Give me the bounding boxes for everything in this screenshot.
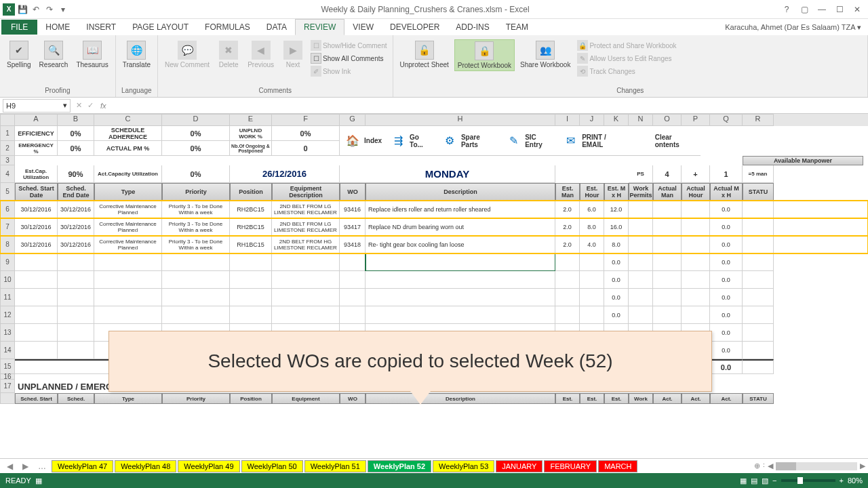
cell[interactable]: 6.0 — [580, 201, 604, 218]
cell[interactable]: RH1BC15 — [230, 236, 272, 253]
cell[interactable]: Est. — [555, 393, 580, 404]
cell[interactable]: =5 man — [743, 165, 774, 183]
cell[interactable]: Act. — [710, 393, 743, 404]
cell[interactable] — [743, 218, 774, 236]
enter-formula-icon[interactable]: ✓ — [85, 101, 96, 110]
cell[interactable]: Sched. — [58, 393, 94, 404]
cell[interactable]: 93416 — [340, 201, 366, 218]
row-header[interactable]: 2 — [0, 141, 15, 156]
sheet-tab-WeeklyPlan47[interactable]: WeeklyPlan 47 — [52, 460, 113, 472]
cell[interactable]: 30/12/2016 — [58, 236, 94, 253]
tab-nav-next-icon[interactable]: ▶ — [18, 462, 33, 471]
cell[interactable]: Actual Man — [653, 183, 682, 201]
cell[interactable] — [15, 324, 58, 342]
quick-btn-4[interactable]: ✉PRINT / EMAIL — [558, 132, 631, 150]
cell[interactable] — [230, 253, 272, 271]
cell[interactable]: Work — [629, 393, 653, 404]
col-header-K[interactable]: K — [604, 114, 629, 126]
quick-btn-3[interactable]: ✎SIC Entry — [501, 132, 558, 150]
cell[interactable] — [58, 271, 94, 289]
quick-btn-1[interactable]: ⇶Go To... — [386, 132, 437, 150]
help-icon[interactable]: ? — [778, 5, 795, 14]
cell[interactable]: Priority 3 - To be Done Within a week — [162, 236, 230, 253]
cell[interactable]: Work Permits — [629, 183, 653, 201]
previous-comment-button[interactable]: ◀Previous — [245, 39, 277, 70]
tab-view[interactable]: VIEW — [344, 20, 382, 35]
cell[interactable]: Position — [230, 393, 272, 404]
cell[interactable]: EMERGENCY % — [15, 141, 58, 156]
row-header[interactable]: 15 — [0, 359, 15, 374]
cell[interactable] — [743, 201, 774, 218]
cell[interactable] — [629, 201, 653, 218]
cell[interactable]: 93417 — [340, 218, 366, 236]
cell[interactable]: 30/12/2016 — [58, 201, 94, 218]
tab-team[interactable]: TEAM — [498, 20, 536, 35]
cell[interactable] — [58, 342, 94, 359]
cell[interactable]: Est. Man — [555, 183, 580, 201]
col-header-N[interactable]: N — [629, 114, 653, 126]
protect-workbook-button[interactable]: 🔒Protect Workbook — [454, 39, 515, 71]
sheet-tab-WeeklyPlan51[interactable]: WeeklyPlan 51 — [304, 460, 366, 472]
cell[interactable]: Est. Hour — [580, 183, 604, 201]
cell[interactable]: Sched. End Date — [58, 183, 94, 201]
cell[interactable] — [682, 218, 710, 236]
cell[interactable]: 8.0 — [604, 236, 629, 253]
thesaurus-button[interactable]: 📖Thesaurus — [73, 39, 111, 70]
row-header[interactable]: 5 — [0, 183, 15, 201]
view-layout-icon[interactable]: ▤ — [751, 476, 757, 485]
tab-more[interactable]: … — [34, 462, 50, 471]
show-hide-comment-button[interactable]: ☐Show/Hide Comment — [309, 39, 388, 52]
cell[interactable]: Re- tight gear box cooling fan loose — [366, 236, 555, 253]
col-header-R[interactable]: R — [743, 114, 774, 126]
cell[interactable]: RH2BC15 — [230, 218, 272, 236]
cell[interactable]: 0.0 — [710, 253, 743, 271]
qat-more-icon[interactable]: ▾ — [57, 3, 69, 16]
show-ink-button[interactable]: ✐Show Ink — [309, 65, 388, 77]
quick-btn-0[interactable]: 🏠Index — [340, 132, 386, 150]
cell[interactable]: 30/12/2016 — [58, 218, 94, 236]
cell[interactable]: Sched. Start — [15, 393, 58, 404]
cell[interactable]: 0.0 — [710, 271, 743, 289]
cell[interactable] — [58, 306, 94, 324]
tab-data[interactable]: DATA — [258, 20, 295, 35]
cell[interactable] — [653, 253, 682, 271]
tab-nav-prev-icon[interactable]: ◀ — [3, 462, 17, 471]
col-header-C[interactable]: C — [94, 114, 162, 126]
cell[interactable] — [94, 306, 162, 324]
cell[interactable]: 2.0 — [555, 201, 580, 218]
cell[interactable] — [555, 165, 629, 183]
track-changes-button[interactable]: ⟲Track Changes — [576, 65, 677, 77]
cell[interactable]: 0% — [58, 141, 94, 156]
col-header-P[interactable]: P — [682, 114, 710, 126]
cell[interactable] — [94, 271, 162, 289]
col-header-D[interactable]: D — [162, 114, 230, 126]
row-header[interactable]: 11 — [0, 289, 15, 306]
sheet-tab-WeeklyPlan49[interactable]: WeeklyPlan 49 — [178, 460, 239, 472]
cell[interactable]: 26/12/2016 — [230, 165, 340, 183]
sheet-tab-MARCH[interactable]: MARCH — [598, 460, 637, 472]
cell[interactable]: Priority — [162, 393, 230, 404]
cell[interactable]: Est. — [580, 393, 604, 404]
cell[interactable]: Priority 3 - To be Done Within a week — [162, 218, 230, 236]
cell[interactable]: 0% — [58, 126, 94, 141]
row-header[interactable]: 13 — [0, 324, 15, 342]
col-header-E[interactable]: E — [230, 114, 272, 126]
cell[interactable] — [580, 289, 604, 306]
sheet-tab-WeeklyPlan48[interactable]: WeeklyPlan 48 — [115, 460, 176, 472]
worksheet[interactable]: ABCDEFGHIJKNOPQR 1EFFICIENCY0%SCHEDULE A… — [0, 114, 868, 458]
cell[interactable]: 0.0 — [604, 306, 629, 324]
cell[interactable]: Priority 3 - To be Done Within a week — [162, 201, 230, 218]
cell[interactable] — [340, 306, 366, 324]
macro-icon[interactable]: ▦ — [35, 476, 42, 485]
zoom-in-icon[interactable]: + — [840, 476, 844, 485]
cell[interactable] — [340, 289, 366, 306]
new-sheet-icon[interactable]: ⊕ — [754, 462, 760, 470]
cell[interactable]: 0.0 — [710, 359, 743, 374]
cell[interactable]: 93418 — [340, 236, 366, 253]
tab-formulas[interactable]: FORMULAS — [197, 20, 258, 35]
quick-btn-5[interactable]: Clear ontents — [631, 132, 701, 150]
cell[interactable]: Nb.Of Ongoing & Postponed — [230, 141, 272, 156]
cell[interactable] — [340, 271, 366, 289]
col-header-G[interactable]: G — [340, 114, 366, 126]
cell[interactable] — [743, 306, 774, 324]
